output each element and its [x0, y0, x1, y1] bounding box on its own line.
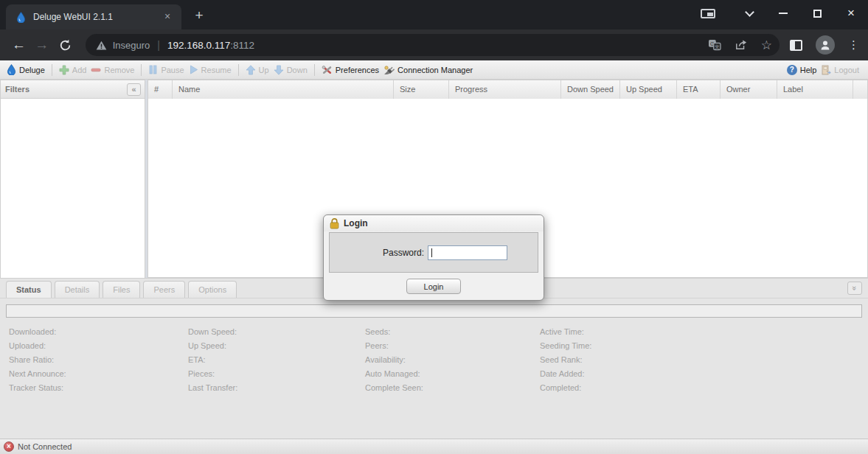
security-label[interactable]: Inseguro [113, 40, 150, 51]
toolbar-item-preferences[interactable]: Preferences [322, 65, 379, 75]
url-host[interactable]: 192.168.0.117 [167, 40, 230, 51]
translate-icon: G文 [708, 39, 721, 51]
back-button[interactable]: ← [7, 37, 30, 53]
add-plus-icon [59, 65, 69, 75]
login-form-panel: Password: [329, 232, 538, 273]
field-label: Tracker Status: [9, 381, 188, 395]
tab-search-chevron-down-icon[interactable] [745, 7, 754, 17]
status-fields: Downloaded: Down Speed: Seeds: Active Ti… [0, 318, 868, 395]
bookmark-star-icon[interactable]: ☆ [761, 38, 772, 53]
field-label: Peers: [365, 339, 540, 353]
filters-panel: Filters « [0, 80, 145, 278]
toolbar-separator [141, 64, 142, 76]
translate-button[interactable]: G文 [708, 39, 721, 51]
preferences-tools-icon [322, 65, 333, 75]
column-header-upspeed[interactable]: Up Speed [620, 80, 677, 99]
text-caret [431, 248, 432, 257]
column-header-owner[interactable]: Owner [721, 80, 777, 99]
help-icon: ? [787, 65, 797, 75]
toolbar-item-pause: Pause [148, 65, 184, 74]
tab-close-icon[interactable]: × [161, 10, 174, 24]
filters-panel-header: Filters « [1, 80, 145, 99]
toolbar-item-connection-manager[interactable]: Connection Manager [383, 65, 473, 75]
detail-panel: Status Details Files Peers Options » Dow… [0, 278, 868, 439]
address-bar[interactable]: Inseguro | 192.168.0.117:8112 G文 ☆ [86, 34, 780, 56]
field-label: Active Time: [540, 325, 868, 339]
new-tab-button[interactable]: + [189, 6, 209, 27]
login-dialog: Login Password: Login [323, 214, 544, 301]
window-close-button[interactable]: × [834, 1, 868, 26]
logout-door-icon [821, 65, 831, 75]
tab-status[interactable]: Status [6, 281, 52, 298]
not-connected-error-icon: × [4, 441, 14, 452]
tab-peers[interactable]: Peers [143, 281, 185, 298]
field-label: Up Speed: [188, 339, 365, 353]
field-label: Next Announce: [9, 367, 188, 381]
field-label: Uploaded: [9, 339, 188, 353]
help-button[interactable]: ? Help [787, 65, 817, 75]
maximize-button[interactable] [800, 1, 834, 26]
minimize-button[interactable] [766, 1, 800, 26]
connection-manager-plug-icon [383, 65, 395, 75]
not-secure-warning-icon [96, 41, 107, 50]
toolbar-item-down: Down [274, 65, 308, 75]
toolbar-separator [52, 64, 52, 76]
toolbar-item-label: Preferences [336, 66, 379, 74]
lock-icon [330, 218, 339, 229]
toolbar-item-add: Add [59, 65, 87, 75]
filters-panel-body [1, 99, 145, 278]
tab-details[interactable]: Details [55, 281, 100, 298]
url-port[interactable]: :8112 [230, 40, 254, 51]
tab-files[interactable]: Files [103, 281, 140, 298]
field-label: Share Ratio: [9, 353, 188, 367]
remove-minus-icon [91, 65, 101, 75]
toolbar-item-label: Add [72, 66, 87, 74]
resume-play-icon [189, 65, 198, 74]
browser-tab[interactable]: Deluge WebUI 2.1.1 × [6, 4, 181, 29]
reload-button[interactable] [53, 39, 76, 52]
tab-preview-icon[interactable] [701, 9, 715, 18]
pause-icon [148, 65, 158, 74]
field-label: Downloaded: [9, 325, 188, 339]
toolbar-item-remove: Remove [91, 65, 134, 75]
reload-icon [59, 39, 72, 52]
column-header-downspeed[interactable]: Down Speed [561, 80, 620, 99]
field-label: Complete Seen: [365, 381, 540, 395]
detail-panel-collapse-button[interactable]: » [847, 282, 862, 295]
field-label: Pieces: [188, 367, 365, 381]
tab-options[interactable]: Options [188, 281, 237, 298]
column-header-filler [853, 80, 867, 99]
toolbar-separator [238, 64, 239, 76]
deluge-logo-icon [7, 64, 16, 75]
tab-title: Deluge WebUI 2.1.1 [33, 12, 161, 22]
toolbar-item-label: Down [287, 66, 308, 74]
column-header-name[interactable]: Name [173, 80, 394, 99]
browser-menu-kebab-icon[interactable]: ⋮ [848, 38, 859, 52]
column-header-size[interactable]: Size [394, 80, 449, 99]
login-dialog-title: Login [344, 218, 368, 228]
window-controls: × [701, 0, 868, 27]
profile-avatar[interactable] [816, 35, 835, 55]
column-header-label[interactable]: Label [777, 80, 853, 99]
browser-window: Deluge WebUI 2.1.1 × + × ← → Inseguro | … [0, 0, 868, 454]
login-dialog-header[interactable]: Login [324, 215, 544, 231]
filters-collapse-button[interactable]: « [127, 83, 141, 96]
share-icon [735, 39, 748, 51]
password-field[interactable] [428, 245, 507, 260]
column-header-number[interactable]: # [148, 80, 173, 99]
column-header-progress[interactable]: Progress [449, 80, 561, 99]
column-header-eta[interactable]: ETA [677, 80, 721, 99]
toolbar-item-up: Up [246, 65, 269, 75]
connection-status-text[interactable]: Not Connected [18, 442, 72, 451]
logout-button: Logout [821, 65, 859, 75]
field-label: ETA: [188, 353, 365, 367]
toolbar-item-label: Resume [201, 66, 232, 74]
login-button[interactable]: Login [406, 279, 461, 294]
deluge-favicon-drop-icon [16, 12, 26, 23]
forward-button: → [30, 37, 53, 53]
toolbar-item-deluge[interactable]: Deluge [7, 64, 45, 75]
share-button[interactable] [735, 39, 748, 51]
side-panel-icon[interactable] [790, 40, 802, 51]
toolbar-separator [314, 64, 315, 76]
torrent-grid-header: # Name Size Progress Down Speed Up Speed… [148, 80, 867, 99]
